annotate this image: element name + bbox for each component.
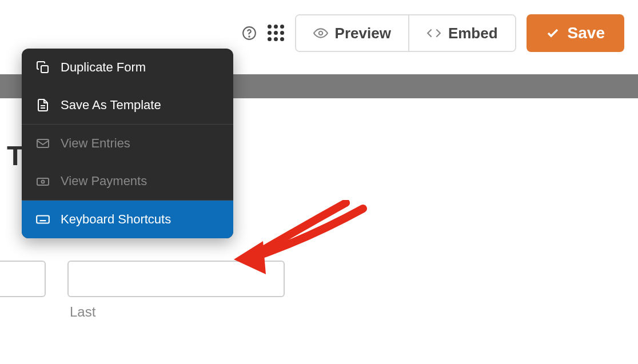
menu-item-duplicate-form[interactable]: Duplicate Form [22, 49, 233, 86]
payments-icon [35, 174, 50, 189]
keyboard-icon [35, 212, 50, 227]
save-label: Save [568, 24, 605, 42]
menu-item-save-as-template[interactable]: Save As Template [22, 86, 233, 124]
svg-rect-9 [37, 216, 49, 223]
first-name-input[interactable] [0, 261, 46, 297]
svg-rect-7 [37, 178, 49, 185]
svg-point-8 [42, 181, 45, 183]
apps-grid-icon[interactable] [268, 25, 285, 42]
svg-rect-6 [37, 139, 49, 147]
last-name-label: Last [70, 304, 95, 320]
embed-button[interactable]: Embed [408, 15, 515, 51]
check-icon [546, 26, 560, 40]
svg-point-2 [318, 31, 322, 35]
menu-label: Save As Template [61, 98, 161, 113]
actions-menu: Duplicate Form Save As Template View Ent… [22, 49, 233, 238]
menu-label: Duplicate Form [61, 60, 146, 75]
form-title-partial: T [7, 140, 23, 171]
button-group: Preview Embed [295, 14, 516, 52]
svg-point-1 [249, 36, 249, 37]
toolbar: Preview Embed Save [0, 14, 638, 52]
save-button[interactable]: Save [527, 14, 624, 52]
svg-rect-3 [41, 66, 48, 73]
menu-label: View Payments [61, 174, 147, 189]
envelope-icon [35, 136, 50, 151]
menu-label: Keyboard Shortcuts [61, 212, 171, 227]
menu-item-view-payments[interactable]: View Payments [22, 162, 233, 200]
menu-item-view-entries[interactable]: View Entries [22, 125, 233, 162]
preview-button[interactable]: Preview [296, 15, 408, 51]
help-icon[interactable] [241, 25, 257, 41]
code-icon [426, 26, 441, 41]
duplicate-icon [35, 60, 50, 75]
menu-item-keyboard-shortcuts[interactable]: Keyboard Shortcuts [22, 201, 233, 238]
menu-label: View Entries [61, 136, 130, 151]
last-name-input[interactable] [67, 261, 285, 297]
embed-label: Embed [448, 25, 498, 42]
template-icon [35, 98, 50, 113]
eye-icon [313, 26, 328, 41]
preview-label: Preview [335, 25, 391, 42]
